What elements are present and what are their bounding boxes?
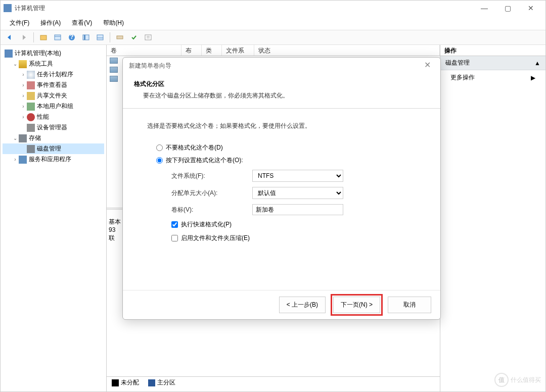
volume-label-row: 卷标(V):: [171, 204, 416, 215]
disk-type-label: 基本: [109, 218, 121, 226]
watermark-badge-icon: 值: [494, 373, 509, 387]
radio-no-format[interactable]: [156, 144, 163, 151]
toolbar-separator: [110, 32, 110, 42]
svg-rect-9: [117, 36, 123, 39]
volume-label-input[interactable]: [252, 204, 343, 215]
dialog-subheading: 要在这个磁盘分区上储存数据，你必须先将其格式化。: [134, 91, 429, 100]
tree-root[interactable]: 计算机管理(本地): [3, 48, 104, 59]
collapse-arrow-icon: ▲: [534, 60, 540, 67]
radio-no-format-label: 不要格式化这个卷(D): [166, 143, 223, 152]
dialog-header: 格式化分区 要在这个磁盘分区上储存数据，你必须先将其格式化。: [123, 74, 440, 108]
disk-status-label: 联: [109, 234, 121, 242]
svg-rect-10: [145, 35, 151, 40]
col-volume[interactable]: 卷: [107, 45, 181, 56]
legend-unallocated: 未分配: [112, 378, 139, 387]
actions-section-diskmgmt[interactable]: 磁盘管理 ▲: [440, 56, 545, 70]
toolbar-separator: [33, 32, 34, 42]
next-button-highlight: 下一页(N) >: [331, 294, 383, 316]
tree-disk-management[interactable]: 磁盘管理: [3, 143, 104, 154]
toolbar: ?: [1, 30, 545, 45]
radio-format[interactable]: [156, 157, 163, 164]
menu-action[interactable]: 操作(A): [35, 17, 66, 29]
quick-format-checkbox[interactable]: [171, 221, 178, 228]
actions-more[interactable]: 更多操作 ▶: [440, 70, 545, 85]
svg-rect-6: [84, 35, 85, 40]
dialog-title: 新建简单卷向导: [129, 62, 420, 70]
col-status[interactable]: 状态: [254, 45, 440, 56]
submenu-arrow-icon: ▶: [531, 74, 535, 81]
toolbar-btn-help[interactable]: ?: [66, 31, 78, 43]
radio-no-format-row[interactable]: 不要格式化这个卷(D): [156, 143, 416, 152]
toolbar-btn-1[interactable]: [37, 31, 50, 43]
dialog-titlebar: 新建简单卷向导 ✕: [123, 58, 440, 74]
filesystem-label: 文件系统(F):: [171, 172, 252, 180]
tree-local-users[interactable]: ›本地用户和组: [3, 101, 104, 112]
tree-pane[interactable]: 计算机管理(本地) ⌄系统工具 ›任务计划程序 ›事件查看器 ›共享文件夹 ›本…: [1, 45, 107, 391]
dialog-body: 选择是否要格式化这个卷；如果要格式化，要使用什么设置。 不要格式化这个卷(D) …: [123, 109, 440, 290]
col-layout[interactable]: 布局: [181, 45, 202, 56]
legend-bar: 未分配 主分区: [107, 376, 440, 388]
volume-label-label: 卷标(V):: [171, 206, 252, 214]
col-filesystem[interactable]: 文件系统: [222, 45, 254, 56]
menu-file[interactable]: 文件(F): [5, 17, 34, 29]
menu-view[interactable]: 查看(V): [67, 17, 97, 29]
tree-storage[interactable]: ⌄存储: [3, 133, 104, 143]
volume-icon: [110, 58, 118, 64]
menu-help[interactable]: 帮助(H): [98, 17, 129, 29]
dialog-heading: 格式化分区: [134, 80, 429, 88]
window-title: 计算机管理: [15, 4, 473, 13]
tree-event-viewer[interactable]: ›事件查看器: [3, 80, 104, 90]
menubar: 文件(F) 操作(A) 查看(V) 帮助(H): [1, 16, 545, 30]
quick-format-row[interactable]: 执行快速格式化(P): [171, 220, 416, 229]
cancel-button[interactable]: 取消: [388, 297, 431, 313]
svg-rect-1: [55, 35, 61, 40]
actions-header: 操作: [440, 45, 545, 56]
actions-pane: 操作 磁盘管理 ▲ 更多操作 ▶: [440, 45, 545, 391]
maximize-button[interactable]: ▢: [496, 1, 519, 16]
filesystem-row: 文件系统(F): NTFS: [171, 170, 416, 182]
tree-device-manager[interactable]: 设备管理器: [3, 122, 104, 133]
disk-size-label: 93: [109, 226, 121, 234]
tree-system-tools[interactable]: ⌄系统工具: [3, 59, 104, 69]
dialog-footer: < 上一步(B) 下一页(N) > 取消: [123, 290, 440, 319]
compression-checkbox[interactable]: [171, 235, 178, 241]
toolbar-btn-8[interactable]: [142, 31, 154, 43]
svg-rect-7: [97, 35, 103, 40]
allocation-select[interactable]: 默认值: [252, 187, 343, 199]
filesystem-select[interactable]: NTFS: [252, 170, 343, 182]
toolbar-btn-7[interactable]: [128, 31, 140, 43]
tree-shared-folders[interactable]: ›共享文件夹: [3, 90, 104, 101]
nav-forward-button[interactable]: [18, 31, 30, 43]
nav-back-button[interactable]: [4, 31, 16, 43]
toolbar-btn-6[interactable]: [114, 31, 126, 43]
back-button[interactable]: < 上一步(B): [279, 297, 326, 313]
dialog-instruction: 选择是否要格式化这个卷；如果要格式化，要使用什么设置。: [147, 122, 416, 130]
allocation-row: 分配单元大小(A): 默认值: [171, 187, 416, 199]
allocation-label: 分配单元大小(A):: [171, 189, 252, 198]
toolbar-btn-5[interactable]: [94, 31, 106, 43]
disk-info-block: 基本 93 联: [109, 218, 121, 242]
toolbar-btn-4[interactable]: [80, 31, 92, 43]
tree-task-scheduler[interactable]: ›任务计划程序: [3, 69, 104, 80]
new-volume-wizard-dialog: 新建简单卷向导 ✕ 格式化分区 要在这个磁盘分区上储存数据，你必须先将其格式化。…: [122, 57, 441, 320]
minimize-button[interactable]: —: [473, 1, 496, 16]
titlebar: 计算机管理 — ▢ ✕: [1, 1, 545, 16]
watermark-text: 什么值得买: [511, 376, 541, 384]
watermark: 值 什么值得买: [494, 373, 541, 387]
svg-rect-5: [83, 35, 89, 40]
radio-format-label: 按下列设置格式化这个卷(O):: [166, 156, 243, 165]
close-button[interactable]: ✕: [519, 1, 542, 16]
tree-services-apps[interactable]: ›服务和应用程序: [3, 154, 104, 165]
grid-header: 卷 布局 类型 文件系统 状态: [107, 45, 440, 56]
tree-performance[interactable]: ›性能: [3, 112, 104, 122]
compression-label: 启用文件和文件夹压缩(E): [181, 234, 250, 242]
compression-row[interactable]: 启用文件和文件夹压缩(E): [171, 234, 416, 242]
toolbar-btn-2[interactable]: [52, 31, 64, 43]
next-button[interactable]: 下一页(N) >: [333, 297, 380, 313]
dialog-close-button[interactable]: ✕: [420, 59, 434, 73]
legend-primary: 主分区: [148, 378, 175, 387]
radio-format-row[interactable]: 按下列设置格式化这个卷(O):: [156, 156, 416, 165]
volume-icon: [110, 67, 118, 73]
col-type[interactable]: 类型: [202, 45, 222, 56]
volume-icon: [110, 76, 118, 82]
